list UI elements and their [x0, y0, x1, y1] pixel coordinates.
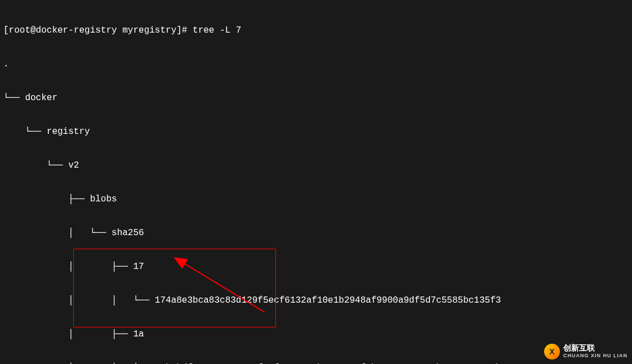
line-text: │ │ └── 174a8e3bca83c83d129f5ecf6132af10… [3, 295, 501, 306]
tree-line: │ ├── 17 [3, 261, 629, 272]
tree-line: │ │ └── 174a8e3bca83c83d129f5ecf6132af10… [3, 295, 629, 306]
tree-line: └── registry [3, 126, 629, 137]
line-text: └── docker [3, 92, 57, 104]
line-text: [root@docker-registry myregistry]# tree … [3, 25, 241, 36]
line-text: └── v2 [3, 160, 79, 171]
line-text: └── registry [3, 126, 90, 137]
tree-line: │ └── sha256 [3, 227, 629, 239]
line-text: │ └── sha256 [3, 227, 144, 239]
terminal-output: [root@docker-registry myregistry]# tree … [0, 0, 632, 364]
tree-line: └── v2 [3, 160, 629, 171]
tree-line: │ ├── 1a [3, 329, 629, 340]
tree-line: └── docker [3, 92, 629, 104]
line-text: ├── blobs [3, 194, 117, 205]
tree-line: ├── blobs [3, 194, 629, 205]
line-text: . [3, 59, 9, 70]
prompt-line: [root@docker-registry myregistry]# tree … [3, 25, 629, 36]
line-text: │ ├── 1a [3, 329, 144, 340]
tree-line: . [3, 59, 629, 70]
line-text: │ ├── 17 [3, 261, 144, 272]
